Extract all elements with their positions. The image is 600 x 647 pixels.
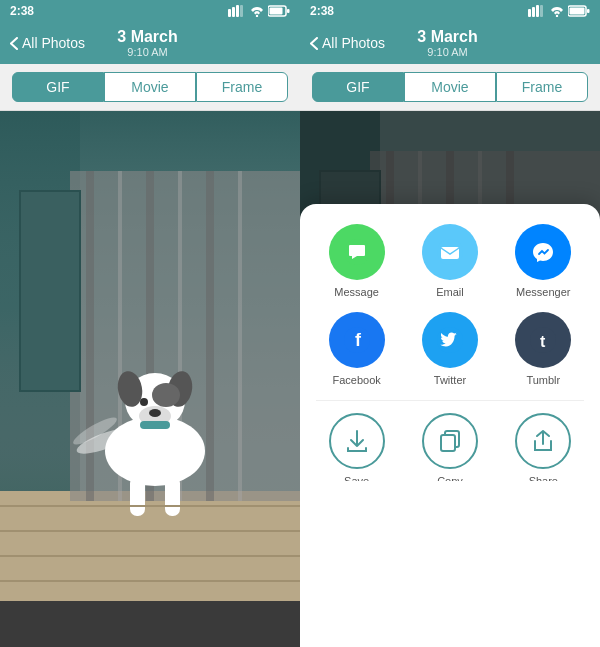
share-share-item[interactable]: Share (515, 413, 571, 481)
share-icon (515, 413, 571, 469)
share-message-item[interactable]: Message (329, 224, 385, 298)
segment-bar-left: GIF Movie Frame (0, 64, 300, 111)
twitter-label: Twitter (434, 374, 466, 386)
status-icons-left (228, 5, 290, 17)
back-label-left: All Photos (22, 35, 85, 51)
nav-main-title-left: 3 March (85, 28, 210, 46)
save-label: Save (344, 475, 369, 481)
svg-rect-3 (240, 5, 243, 17)
twitter-icon (422, 312, 478, 368)
svg-rect-39 (528, 9, 531, 17)
dog-photo-left (0, 111, 300, 601)
svg-rect-12 (0, 491, 300, 601)
nav-sub-title-right: 9:10 AM (385, 46, 510, 58)
nav-sub-title-left: 9:10 AM (85, 46, 210, 58)
share-twitter-item[interactable]: Twitter (422, 312, 478, 386)
share-divider (316, 400, 584, 401)
svg-text:t: t (540, 333, 546, 350)
save-icon (329, 413, 385, 469)
svg-rect-34 (140, 421, 170, 429)
copy-label: Copy (437, 475, 463, 481)
message-icon (329, 224, 385, 280)
left-panel: 2:38 All Photos 3 March 9:10 AM GIF Movi… (0, 0, 300, 647)
nav-bar-left: All Photos 3 March 9:10 AM (0, 22, 300, 64)
svg-rect-41 (536, 5, 539, 17)
status-bar-left: 2:38 (0, 0, 300, 22)
time-right: 2:38 (310, 4, 334, 18)
nav-main-title-right: 3 March (385, 28, 510, 46)
messenger-icon (515, 224, 571, 280)
messenger-label: Messenger (516, 286, 570, 298)
back-button-right[interactable]: All Photos (310, 35, 385, 51)
svg-rect-42 (540, 5, 543, 17)
svg-point-4 (256, 15, 258, 17)
photo-area-right: Message Email Messenger (300, 111, 600, 481)
back-label-right: All Photos (322, 35, 385, 51)
svg-rect-2 (236, 5, 239, 17)
share-email-item[interactable]: Email (422, 224, 478, 298)
svg-point-27 (140, 398, 148, 406)
share-messenger-item[interactable]: Messenger (515, 224, 571, 298)
time-left: 2:38 (10, 4, 34, 18)
svg-rect-40 (532, 7, 535, 17)
segment-frame-right[interactable]: Frame (496, 72, 588, 102)
copy-icon (422, 413, 478, 469)
svg-rect-31 (165, 476, 180, 516)
tumblr-label: Tumblr (526, 374, 560, 386)
svg-rect-7 (287, 9, 290, 13)
svg-rect-45 (570, 8, 585, 15)
right-panel: 2:38 All Photos 3 March 9:10 AM GIF Movi… (300, 0, 600, 647)
email-icon (422, 224, 478, 280)
share-save-item[interactable]: Save (329, 413, 385, 481)
share-facebook-item[interactable]: f Facebook (329, 312, 385, 386)
segment-gif-left[interactable]: GIF (12, 72, 104, 102)
svg-point-26 (149, 409, 161, 417)
share-tumblr-item[interactable]: t Tumblr (515, 312, 571, 386)
share-label-text: Share (529, 475, 558, 481)
message-label: Message (334, 286, 379, 298)
nav-title-right: 3 March 9:10 AM (385, 28, 510, 58)
nav-title-left: 3 March 9:10 AM (85, 28, 210, 58)
facebook-icon: f (329, 312, 385, 368)
share-sheet: Message Email Messenger (300, 204, 600, 481)
svg-rect-75 (441, 247, 459, 259)
facebook-label: Facebook (333, 374, 381, 386)
svg-rect-0 (228, 9, 231, 17)
segment-movie-right[interactable]: Movie (404, 72, 496, 102)
svg-point-29 (152, 383, 180, 407)
share-row-2: f Facebook Twitter t Tumblr (300, 308, 600, 396)
svg-rect-83 (441, 435, 455, 451)
share-copy-item[interactable]: Copy (422, 413, 478, 481)
svg-text:f: f (355, 330, 362, 350)
nav-bar-right: All Photos 3 March 9:10 AM (300, 22, 600, 64)
share-row-3: Save Copy Share (300, 405, 600, 481)
segment-bar-right: GIF Movie Frame (300, 64, 600, 111)
email-label: Email (436, 286, 464, 298)
share-row-1: Message Email Messenger (300, 204, 600, 308)
svg-rect-30 (130, 476, 145, 516)
svg-rect-20 (20, 191, 80, 391)
segment-movie-left[interactable]: Movie (104, 72, 196, 102)
tumblr-icon: t (515, 312, 571, 368)
svg-rect-46 (587, 9, 590, 13)
status-icons-right (528, 5, 590, 17)
svg-rect-6 (270, 8, 283, 15)
status-bar-right: 2:38 (300, 0, 600, 22)
segment-frame-left[interactable]: Frame (196, 72, 288, 102)
segment-gif-right[interactable]: GIF (312, 72, 404, 102)
back-button-left[interactable]: All Photos (10, 35, 85, 51)
svg-point-43 (556, 15, 558, 17)
photo-area-left (0, 111, 300, 647)
svg-rect-1 (232, 7, 235, 17)
